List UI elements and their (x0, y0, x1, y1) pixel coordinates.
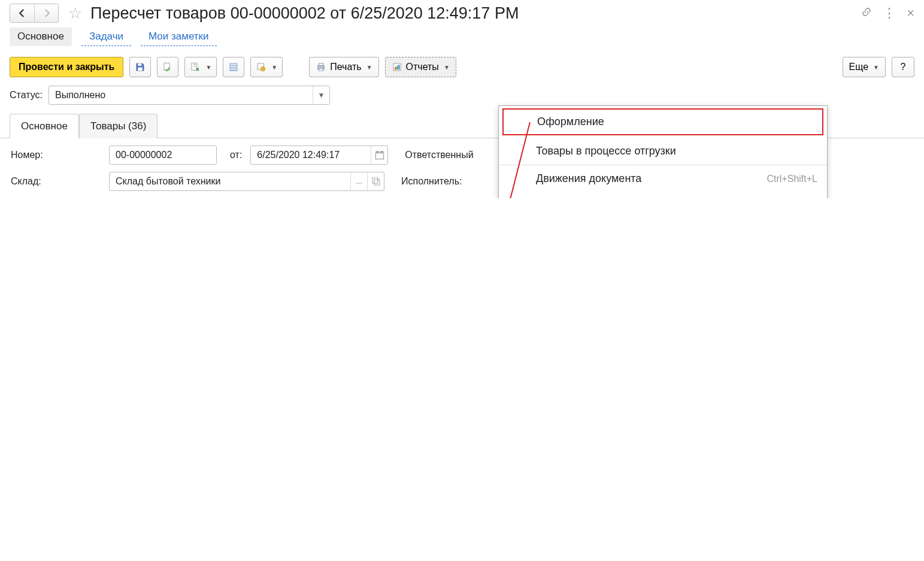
svg-rect-4 (230, 63, 237, 71)
svg-rect-3 (192, 63, 197, 70)
menu-item-shipping-goods[interactable]: Товары в процессе отгрузки (499, 138, 827, 165)
menu-item-design[interactable]: Оформление (502, 108, 823, 135)
reports-label: Отчеты (406, 62, 439, 72)
more-button[interactable]: Еще ▼ (843, 57, 886, 77)
edit-order-button[interactable]: ▼ (184, 57, 217, 77)
menu-item-label: Товары в процессе отгрузки (536, 145, 676, 157)
svg-rect-0 (138, 63, 142, 66)
warehouse-label: Склад: (11, 176, 101, 187)
number-value: 00-00000002 (110, 150, 178, 160)
menu-item-label: Движения документа (536, 172, 641, 185)
date-label: от: (230, 150, 242, 160)
nav-buttons (10, 4, 59, 23)
nav-notes[interactable]: Мои заметки (141, 28, 217, 46)
reports-menu: Оформление Товары в процессе отгрузки Дв… (498, 105, 828, 198)
number-input[interactable]: 00-00000002 (109, 145, 217, 165)
ellipsis-icon[interactable]: … (350, 172, 367, 190)
menu-item-movements[interactable]: Движения документа Ctrl+Shift+L (499, 165, 827, 192)
menu-item-label: Оформление (537, 116, 604, 128)
page-title: Пересчет товаров 00-00000002 от 6/25/202… (90, 4, 519, 23)
reports-button[interactable]: Отчеты ▼ (385, 57, 456, 77)
print-label: Печать (330, 62, 361, 72)
warehouse-input[interactable]: Склад бытовой техники … (109, 172, 384, 191)
back-button[interactable] (10, 4, 34, 22)
post-button[interactable] (157, 57, 178, 77)
warehouse-value: Склад бытовой техники (110, 176, 350, 187)
star-icon[interactable]: ☆ (68, 4, 82, 23)
process-button[interactable]: ▼ (250, 57, 283, 77)
executor-label: Исполнитель: (401, 176, 462, 187)
kebab-icon[interactable]: ⋮ (883, 5, 896, 21)
calendar-icon[interactable] (371, 146, 387, 164)
svg-rect-17 (374, 180, 380, 185)
open-icon[interactable] (367, 172, 384, 190)
svg-rect-16 (372, 178, 378, 183)
status-label: Статус: (10, 90, 43, 101)
chevron-down-icon[interactable]: ▼ (313, 86, 329, 104)
more-label: Еще (849, 62, 869, 72)
responsible-label: Ответственный (405, 150, 473, 160)
print-button[interactable]: Печать ▼ (309, 57, 378, 77)
date-value: 6/25/2020 12:49:17 (251, 150, 371, 160)
status-value: Выполнено (49, 90, 313, 101)
close-icon[interactable]: × (907, 5, 914, 21)
svg-rect-12 (396, 66, 398, 70)
nav-tasks[interactable]: Задачи (81, 28, 131, 46)
menu-item-usage[interactable]: Места использования (499, 192, 827, 198)
help-button[interactable]: ? (892, 57, 914, 77)
status-input[interactable]: Выполнено ▼ (49, 86, 330, 105)
tab-main[interactable]: Основное (10, 114, 79, 138)
svg-rect-15 (375, 152, 384, 154)
nav-main[interactable]: Основное (10, 28, 72, 46)
svg-rect-13 (398, 65, 399, 69)
svg-rect-8 (319, 63, 323, 66)
menu-item-shortcut: Ctrl+Shift+L (767, 174, 817, 184)
save-button[interactable] (129, 57, 151, 77)
list-button[interactable] (223, 57, 244, 77)
tab-goods[interactable]: Товары (36) (79, 114, 157, 138)
date-input[interactable]: 6/25/2020 12:49:17 (250, 145, 388, 165)
svg-rect-11 (395, 67, 396, 70)
number-label: Номер: (11, 150, 101, 160)
svg-rect-9 (319, 68, 323, 71)
post-and-close-button[interactable]: Провести и закрыть (10, 57, 123, 77)
forward-button[interactable] (34, 4, 58, 22)
svg-rect-1 (138, 68, 143, 71)
link-icon[interactable] (861, 7, 872, 20)
